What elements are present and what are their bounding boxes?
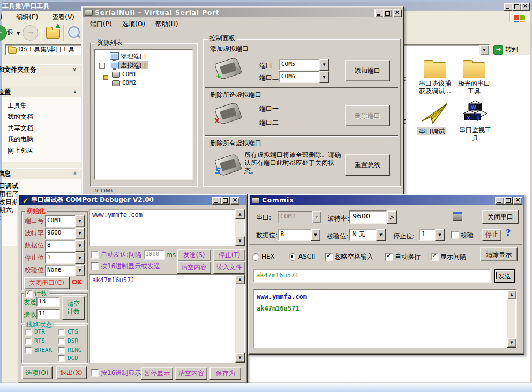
sidebar-item-my-documents[interactable]: 我的文档 [8, 113, 33, 120]
details-collapse-icon[interactable] [73, 170, 77, 177]
sidebar-tasks-header-label: 文件和文件夹任务 [0, 66, 36, 73]
sidebar-details-header-label: 详细信息 [0, 170, 11, 177]
file-cubes-label[interactable]: 串口监视工 具 [451, 126, 499, 141]
go-label: 转到 [505, 45, 518, 54]
address-path[interactable]: D:\工具集\串口工具 [18, 46, 74, 53]
tasks-collapse-icon[interactable] [73, 66, 77, 73]
partial-label-fragment-1: 次 [403, 74, 408, 82]
explorer-restore-button[interactable] [512, 3, 521, 11]
folder-up-arrow-icon [55, 24, 61, 28]
desktop-strip [0, 383, 532, 392]
menu-file[interactable]: 文件(F) [0, 13, 2, 22]
back-button-label[interactable]: 退 [7, 29, 13, 36]
places-collapse-icon[interactable] [73, 88, 77, 95]
sidebar-item-toolset[interactable]: 工具集 [8, 102, 27, 109]
explorer-close-button[interactable] [521, 3, 530, 11]
file-folder2-icon[interactable] [463, 62, 485, 78]
go-arrow-icon: → [493, 45, 503, 55]
explorer-minimize-button[interactable] [504, 3, 513, 11]
go-button[interactable]: → 转到 [493, 44, 522, 55]
forward-button[interactable]: → [23, 25, 38, 41]
details-line-title: 串口调试 [0, 182, 18, 190]
toolbar-separator [41, 25, 41, 41]
sidebar-item-my-computer[interactable]: 我的电脑 [8, 135, 33, 143]
details-line-type: 应用程序 [0, 190, 18, 198]
file-folder1-icon[interactable] [424, 62, 446, 78]
menu-edit[interactable]: 编辑(E) [16, 13, 38, 22]
menu-view[interactable]: 查看(V) [52, 13, 74, 22]
address-folder-icon [8, 47, 17, 54]
explorer-toolbar [2, 22, 530, 43]
explorer-menu-items: 文件(F) 编辑(E) 查看(V) 收藏(A) [0, 13, 110, 22]
toolbar-separator-2 [63, 25, 64, 41]
sidebar-item-shared-documents[interactable]: 共享文档 [8, 124, 33, 132]
desktop: 工具集\串口工具 文件(F) 编辑(E) 查看(V) 收藏(A) ← 退 ▼ → [0, 0, 532, 392]
svg-text:X: X [467, 116, 470, 121]
back-dropdown-icon[interactable]: ▼ [17, 30, 20, 37]
folder-up-icon[interactable] [46, 29, 60, 39]
details-line-day: 星期六, [0, 206, 14, 214]
file-plane-label[interactable]: 串口调试 [417, 127, 446, 135]
sidebar-item-network[interactable]: 网上邻居 [8, 147, 33, 154]
menu-favorites[interactable]: 收藏(A) [88, 13, 111, 22]
details-line-size: 小: [0, 214, 1, 222]
address-input[interactable] [5, 44, 490, 56]
explorer-title: 工具集\串口工具 [2, 2, 49, 11]
file-folder2-label[interactable]: 极光的串口 工具 [449, 80, 499, 95]
explorer-window: 工具集\串口工具 文件(F) 编辑(E) 查看(V) 收藏(A) ← 退 ▼ → [0, 0, 532, 392]
file-cubes-icon[interactable]: XJW [463, 100, 487, 124]
svg-text:W: W [471, 105, 476, 110]
sidebar-places-header-label: 其它位置 [0, 88, 11, 96]
address-dropdown-button[interactable] [479, 45, 489, 55]
explorer-titlebar[interactable]: 工具集\串口工具 [2, 2, 532, 11]
partial-char-1: 次 [403, 74, 406, 82]
details-line-date: 修改日期: [0, 198, 20, 206]
partial-label-fragment-2: 次 [403, 117, 408, 125]
file-plane-icon[interactable] [421, 103, 448, 125]
svg-text:J: J [477, 116, 479, 121]
partial-char-2: 次 [403, 117, 406, 125]
